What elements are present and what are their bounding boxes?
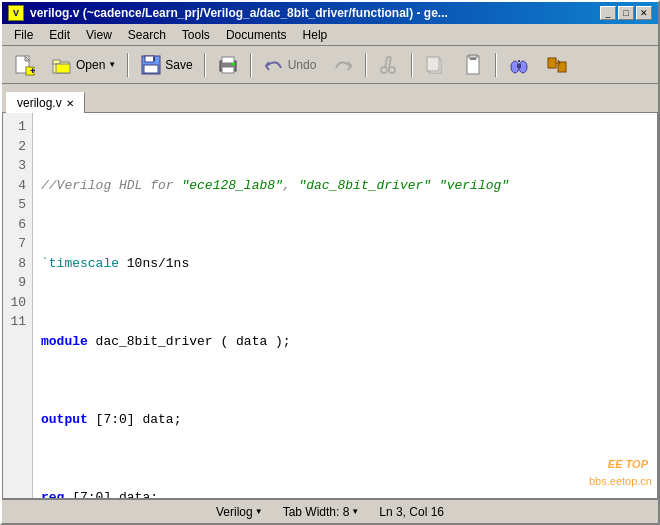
tab-width-dropdown[interactable]: Tab Width: 8 ▼ xyxy=(283,505,360,519)
svg-rect-13 xyxy=(222,67,234,73)
separator-4 xyxy=(365,53,367,77)
main-window: V verilog.v (~cadence/Learn_prj/Verilog_… xyxy=(0,0,660,525)
code-line-2: `timescale 10ns/1ns xyxy=(41,254,649,274)
menu-search[interactable]: Search xyxy=(120,26,174,44)
toolbar: + Open ▼ Save xyxy=(2,46,658,84)
minimize-button[interactable]: _ xyxy=(600,6,616,20)
language-dropdown[interactable]: Verilog ▼ xyxy=(216,505,263,519)
code-line-3: module dac_8bit_driver ( data ); xyxy=(41,332,649,352)
tab-width-label: Tab Width: 8 xyxy=(283,505,350,519)
paste-button[interactable] xyxy=(455,50,491,80)
find-icon xyxy=(508,54,530,76)
svg-line-18 xyxy=(389,57,391,68)
title-bar-left: V verilog.v (~cadence/Learn_prj/Verilog_… xyxy=(8,5,448,21)
print-icon xyxy=(217,54,239,76)
code-line-1: //Verilog HDL for "ece128_lab8", "dac_8b… xyxy=(41,176,649,196)
save-icon xyxy=(140,54,162,76)
menu-view[interactable]: View xyxy=(78,26,120,44)
tab-width-status: Tab Width: 8 ▼ xyxy=(283,505,360,519)
undo-label: Undo xyxy=(288,58,317,72)
save-label: Save xyxy=(165,58,192,72)
svg-rect-24 xyxy=(469,55,477,58)
menu-documents[interactable]: Documents xyxy=(218,26,295,44)
svg-rect-29 xyxy=(548,58,556,68)
line-numbers: 1 2 3 4 5 6 7 8 9 10 11 xyxy=(3,113,33,498)
menu-tools[interactable]: Tools xyxy=(174,26,218,44)
line-num-7: 7 xyxy=(9,234,26,254)
svg-rect-12 xyxy=(222,57,234,63)
window-controls: _ □ ✕ xyxy=(600,6,652,20)
line-num-2: 2 xyxy=(9,137,26,157)
svg-rect-5 xyxy=(53,60,60,64)
open-dropdown-arrow[interactable]: ▼ xyxy=(108,60,116,69)
maximize-button[interactable]: □ xyxy=(618,6,634,20)
tabs-bar: verilog.v ✕ xyxy=(2,84,658,112)
svg-rect-9 xyxy=(144,65,158,73)
separator-2 xyxy=(204,53,206,77)
redo-button[interactable] xyxy=(325,50,361,80)
svg-rect-6 xyxy=(56,64,70,73)
svg-text:+: + xyxy=(30,66,35,76)
code-line-4: output [7:0] data; xyxy=(41,410,649,430)
svg-line-17 xyxy=(385,57,387,68)
separator-3 xyxy=(250,53,252,77)
copy-button[interactable] xyxy=(417,50,453,80)
menu-edit[interactable]: Edit xyxy=(41,26,78,44)
window-title: verilog.v (~cadence/Learn_prj/Verilog_a/… xyxy=(30,6,448,20)
tab-close-button[interactable]: ✕ xyxy=(66,98,74,109)
line-num-4: 4 xyxy=(9,176,26,196)
separator-1 xyxy=(127,53,129,77)
tab-width-arrow-icon: ▼ xyxy=(351,507,359,516)
status-bar: Verilog ▼ Tab Width: 8 ▼ Ln 3, Col 16 xyxy=(2,499,658,523)
title-bar: V verilog.v (~cadence/Learn_prj/Verilog_… xyxy=(2,2,658,24)
tab-label: verilog.v xyxy=(17,96,62,110)
language-status: Verilog ▼ xyxy=(216,505,263,519)
line-num-3: 3 xyxy=(9,156,26,176)
line-num-6: 6 xyxy=(9,215,26,235)
new-button[interactable]: + xyxy=(6,50,42,80)
close-button[interactable]: ✕ xyxy=(636,6,652,20)
open-icon xyxy=(51,54,73,76)
replace-icon xyxy=(546,54,568,76)
save-button[interactable]: Save xyxy=(133,50,199,80)
code-editor[interactable]: //Verilog HDL for "ece128_lab8", "dac_8b… xyxy=(33,113,657,498)
svg-rect-21 xyxy=(427,57,439,71)
cut-button[interactable] xyxy=(371,50,407,80)
editor-area: 1 2 3 4 5 6 7 8 9 10 11 //Verilog HDL fo… xyxy=(2,112,658,499)
line-num-11: 11 xyxy=(9,312,26,332)
cursor-position-status: Ln 3, Col 16 xyxy=(379,505,444,519)
svg-rect-27 xyxy=(517,64,521,68)
undo-button[interactable]: Undo xyxy=(256,50,324,80)
line-num-1: 1 xyxy=(9,117,26,137)
replace-button[interactable] xyxy=(539,50,575,80)
svg-rect-8 xyxy=(145,56,154,62)
menu-help[interactable]: Help xyxy=(295,26,336,44)
copy-icon xyxy=(424,54,446,76)
line-num-5: 5 xyxy=(9,195,26,215)
undo-icon xyxy=(263,54,285,76)
separator-6 xyxy=(495,53,497,77)
svg-point-15 xyxy=(381,67,387,73)
print-button[interactable] xyxy=(210,50,246,80)
language-label: Verilog xyxy=(216,505,253,519)
open-button[interactable]: Open ▼ xyxy=(44,50,123,80)
separator-5 xyxy=(411,53,413,77)
new-icon: + xyxy=(13,54,35,76)
svg-rect-10 xyxy=(153,57,155,61)
svg-point-16 xyxy=(389,67,395,73)
line-num-8: 8 xyxy=(9,254,26,274)
tab-verilog[interactable]: verilog.v ✕ xyxy=(6,92,85,113)
redo-icon xyxy=(332,54,354,76)
language-arrow-icon: ▼ xyxy=(255,507,263,516)
app-icon: V xyxy=(8,5,24,21)
cursor-position-label: Ln 3, Col 16 xyxy=(379,505,444,519)
find-button[interactable] xyxy=(501,50,537,80)
open-label: Open xyxy=(76,58,105,72)
menu-file[interactable]: File xyxy=(6,26,41,44)
cut-icon xyxy=(378,54,400,76)
paste-icon xyxy=(462,54,484,76)
code-line-5: reg [7:0] data; xyxy=(41,488,649,499)
svg-rect-14 xyxy=(232,63,235,65)
menu-bar: File Edit View Search Tools Documents He… xyxy=(2,24,658,46)
line-num-10: 10 xyxy=(9,293,26,313)
